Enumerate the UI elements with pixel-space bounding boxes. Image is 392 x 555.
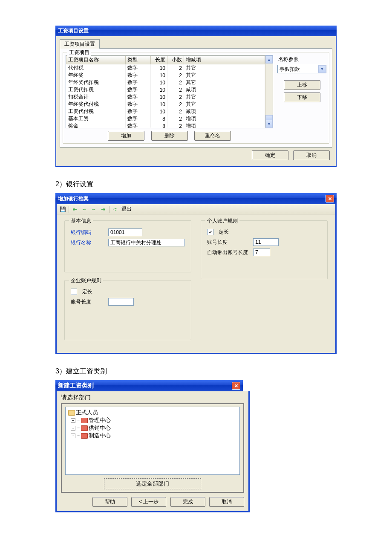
save-icon[interactable]: 💾 xyxy=(59,206,66,213)
table-row[interactable]: 奖金数字82增项 xyxy=(66,122,265,128)
cell-name: 扣税合计 xyxy=(66,93,126,101)
basic-info-fieldset: 基本信息 银行编码 银行名称 xyxy=(64,220,191,272)
first-icon[interactable]: ⇤ xyxy=(72,206,78,213)
cell-kind: 减项 xyxy=(184,108,265,115)
exit-icon[interactable]: ➪ xyxy=(112,206,119,213)
scroll-thumb[interactable] xyxy=(265,115,273,120)
cell-kind: 其它 xyxy=(184,72,265,79)
salary-items-list[interactable]: 工资项目名称 类型 长度 小数 增减项 代付税数字102其它年终奖数字102其它… xyxy=(66,55,273,128)
new-salary-class-window: 新建工资类别 ✕ 请选择部门 正式人员 +··· 管理中心+··· 供销中心+·… xyxy=(55,380,243,512)
window-title: 工资项目设置 xyxy=(58,27,89,35)
personal-fixed-label: 定长 xyxy=(219,228,229,236)
bank-name-label: 银行名称 xyxy=(71,239,105,246)
cell-dec: 2 xyxy=(167,101,184,108)
cell-dec: 2 xyxy=(167,115,184,122)
cell-kind: 其它 xyxy=(184,64,265,72)
move-up-button[interactable]: 上移 xyxy=(284,80,320,90)
salary-items-window: 工资项目设置 工资项目设置 工资项目 工资项目名称 类型 xyxy=(55,26,337,167)
table-row[interactable]: 代付税数字102其它 xyxy=(66,64,265,72)
cell-kind: 其它 xyxy=(184,93,265,101)
corp-fixed-checkbox[interactable] xyxy=(71,289,77,295)
corp-len-input[interactable] xyxy=(108,298,134,306)
next-icon[interactable]: → xyxy=(90,206,97,213)
cell-type: 数字 xyxy=(126,93,151,101)
dropdown-icon[interactable]: ▼ xyxy=(318,65,326,73)
bank-code-input[interactable] xyxy=(108,228,142,236)
personal-len-label: 账号长度 xyxy=(207,239,250,246)
cell-len: 10 xyxy=(151,101,167,108)
cancel-button[interactable]: 取消 xyxy=(293,150,330,160)
auto-len-label: 自动带出账号长度 xyxy=(207,249,250,256)
tree-root[interactable]: 正式人员 xyxy=(68,409,237,416)
auto-len-input[interactable] xyxy=(253,249,270,256)
move-down-button[interactable]: 下移 xyxy=(284,92,320,102)
cell-dec: 2 xyxy=(167,86,184,93)
cell-kind: 增项 xyxy=(184,122,265,128)
cell-type: 数字 xyxy=(126,115,151,122)
folder-icon xyxy=(81,418,88,423)
delete-button[interactable]: 删除 xyxy=(151,131,188,141)
tree-connector: ··· xyxy=(77,432,79,439)
dept-tree[interactable]: 正式人员 +··· 管理中心+··· 供销中心+··· 制造中心 xyxy=(65,407,240,475)
section-heading-bank: 2）银行设置 xyxy=(55,180,337,189)
group-legend: 工资项目 xyxy=(67,49,91,56)
col-type[interactable]: 类型 xyxy=(126,56,151,64)
cell-dec: 2 xyxy=(167,108,184,115)
tree-node[interactable]: +··· 供销中心 xyxy=(68,424,237,432)
help-button[interactable]: 帮助 xyxy=(92,497,127,507)
corp-len-label: 账号长度 xyxy=(71,298,105,306)
rename-button[interactable]: 重命名 xyxy=(194,131,231,141)
close-icon[interactable]: ✕ xyxy=(232,382,240,390)
expand-icon[interactable]: + xyxy=(71,434,75,438)
prev-button[interactable]: < 上一步 xyxy=(131,497,166,507)
fieldset-legend: 企业账户规则 xyxy=(69,277,103,284)
personal-len-input[interactable] xyxy=(253,238,279,246)
tree-node[interactable]: +··· 管理中心 xyxy=(68,416,237,424)
table-row[interactable]: 工资代扣税数字102减项 xyxy=(66,86,265,93)
select-all-button[interactable]: 选定全部部门 xyxy=(104,478,201,489)
cancel-button[interactable]: 取消 xyxy=(209,497,244,507)
finish-button[interactable]: 完成 xyxy=(170,497,205,507)
cell-name: 工资代付税 xyxy=(66,108,126,115)
expand-icon[interactable]: + xyxy=(71,426,75,431)
cell-type: 数字 xyxy=(126,122,151,128)
cell-len: 8 xyxy=(151,115,167,122)
table-row[interactable]: 年终奖数字102其它 xyxy=(66,72,265,79)
cell-type: 数字 xyxy=(126,72,151,79)
cell-dec: 2 xyxy=(167,79,184,86)
scroll-up-icon[interactable]: ▲ xyxy=(265,55,273,64)
add-button[interactable]: 增加 xyxy=(108,131,144,141)
tab-salary-item-settings[interactable]: 工资项目设置 xyxy=(60,39,100,49)
table-row[interactable]: 扣税合计数字102其它 xyxy=(66,93,265,101)
cell-name: 奖金 xyxy=(66,122,126,128)
col-name[interactable]: 工资项目名称 xyxy=(66,56,126,64)
cell-dec: 2 xyxy=(167,122,184,128)
cell-len: 10 xyxy=(151,93,167,101)
cell-dec: 2 xyxy=(167,72,184,79)
col-kind[interactable]: 增减项 xyxy=(184,56,265,64)
combo-value: 事假扣款 xyxy=(280,66,300,73)
tree-node-label: 供销中心 xyxy=(89,424,111,432)
cell-name: 工资代扣税 xyxy=(66,86,126,93)
expand-icon[interactable]: + xyxy=(71,418,75,423)
table-row[interactable]: 年终奖代付税数字102其它 xyxy=(66,101,265,108)
tree-node-label: 管理中心 xyxy=(89,416,111,424)
table-row[interactable]: 工资代付税数字102减项 xyxy=(66,108,265,115)
bank-name-input[interactable] xyxy=(108,239,185,246)
exit-label[interactable]: 退出 xyxy=(121,205,132,213)
last-icon[interactable]: ⇥ xyxy=(100,206,107,213)
window-titlebar: 新建工资类别 ✕ xyxy=(55,380,243,391)
name-ref-combo[interactable]: 事假扣款 ▼ xyxy=(277,65,326,73)
table-row[interactable]: 基本工资数字82增项 xyxy=(66,115,265,122)
col-length[interactable]: 长度 xyxy=(151,56,167,64)
table-row[interactable]: 年终奖代扣税数字102其它 xyxy=(66,79,265,86)
col-decimal[interactable]: 小数 xyxy=(167,56,184,64)
name-ref-label: 名称参照 xyxy=(278,56,326,63)
scroll-down-icon[interactable]: ▼ xyxy=(265,120,273,128)
prev-icon[interactable]: ← xyxy=(81,206,88,213)
close-icon[interactable]: ✕ xyxy=(326,195,334,202)
ok-button[interactable]: 确定 xyxy=(252,150,288,160)
personal-fixed-checkbox[interactable]: ✔ xyxy=(207,229,213,235)
list-scrollbar[interactable]: ▲ ▼ xyxy=(265,55,273,128)
tree-node[interactable]: +··· 制造中心 xyxy=(68,432,237,439)
